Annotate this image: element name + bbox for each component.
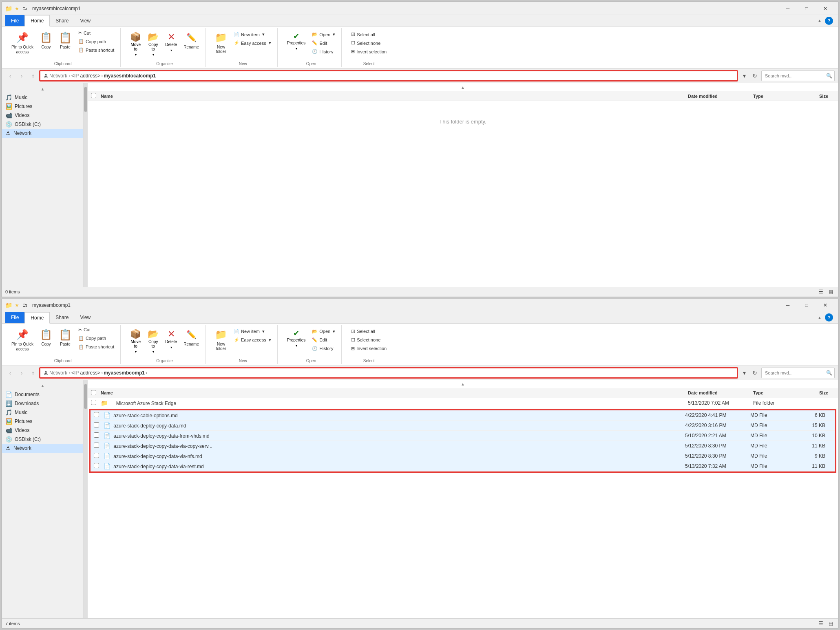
row-checkbox-1[interactable]: [94, 412, 99, 417]
open-btn-1[interactable]: 📂 Open ▾: [309, 31, 338, 38]
copy-path-btn-1[interactable]: 📋 Copy path: [75, 37, 117, 45]
ribbon-collapse-1[interactable]: ▲: [818, 18, 822, 23]
file-row-6[interactable]: 📄 azure-stack-deploy-copy-data-via-rest.…: [91, 461, 835, 471]
pin-quick-access-btn-2[interactable]: 📌 Pin to Quickaccess: [9, 326, 36, 354]
up-btn-1[interactable]: ↑: [28, 71, 38, 81]
row-checkbox-2[interactable]: [94, 422, 99, 427]
address-path-2[interactable]: 🖧 Network › <IP address> › myasesmbcomp1…: [40, 368, 738, 378]
new-item-btn-1[interactable]: 📄 New item ▾: [231, 31, 274, 38]
history-btn-2[interactable]: 🕐 History: [309, 345, 338, 352]
header-size-1[interactable]: Size: [802, 94, 835, 99]
maximize-btn-1[interactable]: □: [797, 2, 816, 15]
properties-btn-2[interactable]: ✔ Properties: [285, 328, 308, 344]
sidebar-item-osdisk-1[interactable]: 💿 OSDisk (C:): [2, 120, 83, 129]
header-name-1[interactable]: Name: [101, 94, 688, 99]
open-btn-2[interactable]: 📂 Open ▾: [309, 328, 338, 335]
select-none-btn-1[interactable]: ☐ Select none: [348, 39, 389, 47]
paste-btn-2[interactable]: 📋 Paste: [56, 326, 75, 348]
select-all-check-1[interactable]: [91, 93, 96, 98]
invert-selection-btn-2[interactable]: ⊟ Invert selection: [348, 345, 389, 352]
address-path-1[interactable]: 🖧 Network › <IP address> › myasesmblocal…: [40, 70, 738, 81]
sidebar-item-music-2[interactable]: 🎵 Music: [2, 408, 83, 417]
select-none-btn-2[interactable]: ☐ Select none: [348, 336, 389, 344]
delete-arrow-2[interactable]: ▾: [167, 345, 176, 350]
select-all-check-2[interactable]: [91, 390, 96, 395]
copy-to-btn-1[interactable]: 📂 Copyto: [146, 31, 161, 53]
dropdown-btn-2[interactable]: ▾: [739, 368, 749, 378]
header-date-2[interactable]: Date modified: [688, 390, 753, 395]
sidebar-item-downloads-2[interactable]: ⬇️ Downloads: [2, 399, 83, 408]
rename-btn-1[interactable]: ✏️ Rename: [181, 29, 202, 51]
list-view-btn-2[interactable]: ☰: [817, 619, 825, 628]
properties-arrow-1[interactable]: ▾: [292, 46, 301, 51]
sidebar-item-network-2[interactable]: 🖧 Network: [2, 444, 83, 453]
sidebar-scroll-1[interactable]: [84, 83, 88, 287]
move-to-btn-2[interactable]: 📦 Moveto: [128, 328, 143, 350]
delete-btn-2[interactable]: ✕ Delete: [163, 328, 179, 345]
invert-selection-btn-1[interactable]: ⊟ Invert selection: [348, 48, 389, 55]
header-date-1[interactable]: Date modified: [688, 94, 753, 99]
new-item-btn-2[interactable]: 📄 New item ▾: [231, 328, 274, 335]
sidebar-item-pictures-2[interactable]: 🖼️ Pictures: [2, 417, 83, 426]
select-all-btn-2[interactable]: ☑ Select all: [348, 328, 389, 335]
sidebar-item-network-1[interactable]: 🖧 Network: [2, 129, 83, 138]
details-view-btn-2[interactable]: ▤: [827, 619, 835, 628]
list-view-btn-1[interactable]: ☰: [817, 288, 825, 296]
back-btn-2[interactable]: ‹: [5, 368, 15, 378]
copy-btn-1[interactable]: 📋 Copy: [37, 29, 55, 51]
header-name-2[interactable]: Name: [101, 390, 688, 395]
sidebar-collapse-1[interactable]: ▲: [39, 85, 47, 93]
properties-arrow-2[interactable]: ▾: [292, 344, 301, 348]
search-input-1[interactable]: [761, 70, 835, 81]
copy-btn-2[interactable]: 📋 Copy: [37, 326, 55, 348]
tab-home-2[interactable]: Home: [24, 312, 50, 324]
ribbon-collapse-2[interactable]: ▲: [818, 315, 822, 320]
move-to-arrow-1[interactable]: ▾: [131, 53, 140, 57]
tab-home-1[interactable]: Home: [24, 15, 50, 26]
row-checkbox-3[interactable]: [94, 432, 99, 438]
tab-file-1[interactable]: File: [5, 15, 24, 26]
file-row-1[interactable]: 📄 azure-stack-cable-options.md 4/22/2020…: [91, 410, 835, 421]
list-collapse-1[interactable]: ▲: [459, 83, 467, 91]
forward-btn-2[interactable]: ›: [17, 368, 27, 378]
row-checkbox-4[interactable]: [94, 443, 99, 448]
move-to-arrow-2[interactable]: ▾: [131, 350, 140, 355]
paste-shortcut-btn-2[interactable]: 📋 Paste shortcut: [75, 343, 117, 351]
easy-access-btn-1[interactable]: ⚡ Easy access ▾: [231, 39, 274, 47]
tab-share-2[interactable]: Share: [50, 312, 74, 323]
row-checkbox-0[interactable]: [91, 400, 96, 405]
header-type-2[interactable]: Type: [753, 390, 802, 395]
list-collapse-2[interactable]: ▲: [459, 380, 467, 388]
tab-view-1[interactable]: View: [74, 15, 96, 26]
details-view-btn-1[interactable]: ▤: [827, 288, 835, 296]
tab-view-2[interactable]: View: [74, 312, 96, 323]
paste-shortcut-btn-1[interactable]: 📋 Paste shortcut: [75, 46, 117, 54]
sidebar-scroll-2[interactable]: [84, 380, 88, 619]
edit-btn-2[interactable]: ✏️ Edit: [309, 336, 338, 344]
file-row-2[interactable]: 📄 azure-stack-deploy-copy-data.md 4/23/2…: [91, 421, 835, 431]
delete-btn-1[interactable]: ✕ Delete: [163, 31, 179, 48]
header-size-2[interactable]: Size: [802, 390, 835, 395]
sidebar-item-pictures-1[interactable]: 🖼️ Pictures: [2, 102, 83, 111]
close-btn-1[interactable]: ✕: [816, 2, 835, 15]
delete-arrow-1[interactable]: ▾: [167, 48, 176, 53]
edit-btn-1[interactable]: ✏️ Edit: [309, 39, 338, 47]
cut-btn-2[interactable]: ✂ Cut: [75, 326, 117, 334]
refresh-btn-1[interactable]: ↻: [750, 71, 760, 81]
copy-path-btn-2[interactable]: 📋 Copy path: [75, 335, 117, 342]
copy-to-arrow-1[interactable]: ▾: [149, 53, 158, 57]
sidebar-collapse-2[interactable]: ▲: [39, 382, 47, 390]
paste-btn-1[interactable]: 📋 Paste: [56, 29, 75, 51]
minimize-btn-2[interactable]: ─: [778, 299, 797, 312]
file-row-5[interactable]: 📄 azure-stack-deploy-copy-data-via-nfs.m…: [91, 451, 835, 461]
search-input-2[interactable]: [761, 368, 835, 378]
copy-to-arrow-2[interactable]: ▾: [149, 350, 158, 355]
file-row-3[interactable]: 📄 azure-stack-deploy-copy-data-from-vhds…: [91, 431, 835, 441]
sidebar-item-osdisk-2[interactable]: 💿 OSDisk (C:): [2, 435, 83, 444]
dropdown-btn-1[interactable]: ▾: [739, 71, 749, 81]
history-btn-1[interactable]: 🕐 History: [309, 48, 338, 55]
back-btn-1[interactable]: ‹: [5, 71, 15, 81]
cut-btn-1[interactable]: ✂ Cut: [75, 29, 117, 37]
sidebar-item-videos-1[interactable]: 📹 Videos: [2, 111, 83, 120]
minimize-btn-1[interactable]: ─: [778, 2, 797, 15]
